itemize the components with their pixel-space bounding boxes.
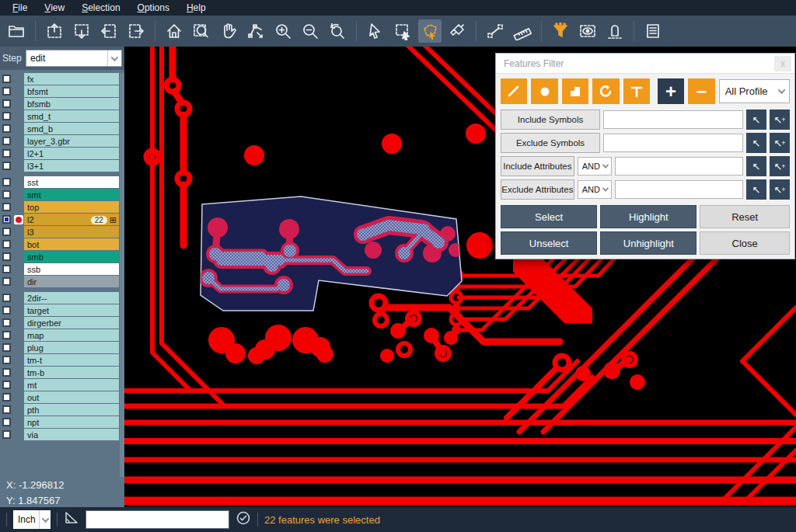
layer-visibility-checkbox[interactable] bbox=[2, 405, 11, 414]
layer-visibility-checkbox[interactable] bbox=[2, 149, 11, 158]
surface-feature-icon[interactable] bbox=[562, 78, 588, 104]
layer-row-bot[interactable]: bot bbox=[0, 238, 124, 250]
layer-row-bfsmt[interactable]: bfsmt bbox=[0, 85, 124, 97]
close-button[interactable]: Close bbox=[700, 231, 790, 255]
layer-visibility-checkbox[interactable] bbox=[2, 137, 11, 145]
refresh-icon[interactable] bbox=[236, 510, 251, 529]
select-button[interactable]: Select bbox=[501, 205, 597, 228]
include-symbols-button[interactable]: Include Symbols bbox=[501, 110, 600, 130]
layer-visibility-checkbox[interactable] bbox=[2, 318, 11, 327]
menu-options[interactable]: Options bbox=[130, 1, 177, 15]
step-select[interactable]: edit bbox=[26, 50, 122, 67]
menu-view[interactable]: View bbox=[37, 1, 72, 15]
layer-list-scrollbar[interactable] bbox=[120, 73, 124, 477]
exclude-symbols-button[interactable]: Exclude Symbols bbox=[501, 133, 600, 153]
pan-up-icon[interactable] bbox=[43, 19, 66, 43]
measure-line-icon[interactable] bbox=[484, 19, 507, 43]
layer-visibility-checkbox[interactable] bbox=[2, 99, 11, 108]
layer-visibility-checkbox[interactable] bbox=[2, 294, 11, 302]
menu-selection[interactable]: Selection bbox=[74, 1, 127, 15]
include-symbols-input[interactable] bbox=[603, 110, 743, 129]
layer-row-ssb[interactable]: ssb bbox=[0, 263, 124, 275]
text-feature-icon[interactable] bbox=[623, 78, 650, 104]
unit-select[interactable]: Inch bbox=[13, 510, 51, 529]
layer-row-mt[interactable]: mt bbox=[0, 379, 124, 391]
view-options-icon[interactable] bbox=[576, 19, 599, 43]
exclude-symbols-pick-add-button[interactable]: ↖+ bbox=[770, 133, 790, 153]
command-input[interactable] bbox=[86, 510, 229, 529]
layer-row-pth[interactable]: pth bbox=[0, 404, 124, 416]
layer-row-dirgerber[interactable]: dirgerber bbox=[0, 317, 124, 329]
layer-row-via[interactable]: via bbox=[0, 429, 124, 440]
layer-visibility-checkbox[interactable] bbox=[2, 418, 11, 426]
layer-visibility-checkbox[interactable] bbox=[2, 87, 11, 96]
dialog-title-bar[interactable]: Features Filter x bbox=[496, 54, 794, 74]
layer-row-tm-t[interactable]: tm-t bbox=[0, 354, 124, 366]
exclude-attributes-pick-button[interactable]: ↖ bbox=[746, 179, 766, 200]
exclude-symbols-pick-button[interactable]: ↖ bbox=[746, 133, 766, 153]
pan-left-icon[interactable] bbox=[97, 19, 120, 43]
zoom-out-icon[interactable] bbox=[298, 19, 322, 43]
layer-row-sst[interactable]: sst bbox=[0, 176, 124, 188]
layer-row-smd_b[interactable]: smd_b bbox=[0, 123, 124, 134]
layer-visibility-checkbox[interactable] bbox=[2, 190, 11, 199]
layer-form-icon[interactable] bbox=[641, 19, 665, 43]
brush-icon[interactable] bbox=[445, 19, 469, 43]
exclude-symbols-input[interactable] bbox=[603, 134, 743, 152]
layer-row-l2+1[interactable]: l2+1 bbox=[0, 148, 124, 159]
layer-visibility-checkbox[interactable] bbox=[2, 75, 11, 83]
ruler-icon[interactable] bbox=[511, 19, 534, 43]
home-icon[interactable] bbox=[162, 19, 186, 43]
layer-row-l2[interactable]: l222⊞ bbox=[0, 214, 124, 225]
include-attributes-button[interactable]: Include Attributes bbox=[501, 156, 574, 176]
layer-visibility-checkbox[interactable] bbox=[2, 162, 11, 170]
layer-visibility-checkbox[interactable] bbox=[2, 393, 11, 402]
layer-visibility-checkbox[interactable] bbox=[2, 112, 11, 120]
layer-row-dir[interactable]: dir bbox=[0, 276, 124, 287]
unselect-button[interactable]: Unselect bbox=[501, 231, 597, 255]
layer-visibility-checkbox[interactable] bbox=[2, 228, 11, 236]
layer-row-2dir--[interactable]: 2dir-- bbox=[0, 292, 124, 304]
layer-visibility-checkbox[interactable] bbox=[2, 356, 11, 364]
active-layer-indicator[interactable] bbox=[12, 215, 24, 224]
move-vertex-icon[interactable] bbox=[244, 19, 267, 43]
include-attributes-operator-select[interactable]: AND bbox=[578, 157, 612, 176]
layer-visibility-checkbox[interactable] bbox=[2, 240, 11, 249]
arc-feature-icon[interactable] bbox=[592, 78, 619, 104]
select-polygon-icon[interactable] bbox=[418, 19, 442, 43]
close-icon[interactable]: x bbox=[774, 56, 791, 71]
include-symbols-pick-add-button[interactable]: ↖+ bbox=[770, 110, 790, 130]
include-attributes-pick-button[interactable]: ↖ bbox=[746, 156, 766, 176]
layer-visibility-checkbox[interactable] bbox=[2, 265, 11, 273]
open-icon[interactable] bbox=[5, 19, 28, 43]
pan-right-icon[interactable] bbox=[124, 19, 148, 43]
layer-visibility-checkbox[interactable] bbox=[2, 252, 11, 261]
layer-row-fx[interactable]: fx bbox=[0, 73, 124, 85]
add-mode-button[interactable]: + bbox=[658, 78, 684, 104]
zoom-area-icon[interactable] bbox=[190, 19, 213, 43]
pan-down-icon[interactable] bbox=[70, 19, 93, 43]
layer-grid-icon[interactable]: ⊞ bbox=[110, 216, 117, 224]
layer-visibility-checkbox[interactable] bbox=[2, 368, 11, 377]
zoom-previous-icon[interactable] bbox=[326, 19, 349, 43]
exclude-attributes-input[interactable] bbox=[615, 180, 743, 199]
layer-row-tm-b[interactable]: tm-b bbox=[0, 367, 124, 378]
line-feature-icon[interactable] bbox=[501, 78, 527, 104]
layer-row-out[interactable]: out bbox=[0, 391, 124, 403]
layer-row-plug[interactable]: plug bbox=[0, 342, 124, 353]
layer-row-bfsmb[interactable]: bfsmb bbox=[0, 98, 124, 110]
pad-feature-icon[interactable] bbox=[531, 78, 557, 104]
menu-file[interactable]: File bbox=[5, 1, 35, 15]
layer-visibility-checkbox[interactable] bbox=[2, 331, 11, 339]
layer-visibility-checkbox[interactable] bbox=[2, 343, 11, 352]
layer-row-l3[interactable]: l3 bbox=[0, 226, 124, 238]
remove-mode-button[interactable]: − bbox=[688, 78, 714, 104]
layer-row-l3+1[interactable]: l3+1 bbox=[0, 160, 124, 172]
profile-select[interactable]: All Profile bbox=[719, 79, 790, 103]
layer-visibility-checkbox[interactable] bbox=[2, 277, 11, 286]
layer-row-top[interactable]: top bbox=[0, 201, 124, 213]
highlight-button[interactable]: Highlight bbox=[600, 205, 696, 228]
reset-button[interactable]: Reset bbox=[700, 205, 790, 228]
layer-row-npt[interactable]: npt bbox=[0, 416, 124, 428]
snap-icon[interactable] bbox=[603, 19, 627, 43]
